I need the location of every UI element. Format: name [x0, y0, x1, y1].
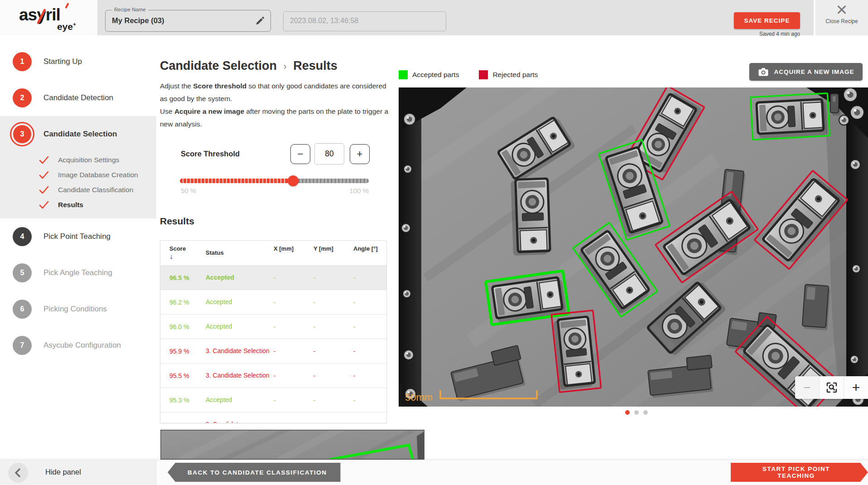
chevron-right-icon: › [279, 61, 291, 72]
start-pick-point-teaching-button[interactable]: START PICK POINT TEACHING [731, 463, 868, 482]
sidebar-substep[interactable]: Acquisition Settings [0, 152, 156, 167]
eye-plus-logo: eye+ [0, 21, 76, 32]
sidebar-substep[interactable]: Image Database Creation [0, 167, 156, 182]
table-cell: 96.2 % [160, 299, 206, 306]
sidebar-substep[interactable]: Results [0, 197, 156, 212]
pagination-dot-2[interactable] [634, 410, 639, 415]
results-table-header: Score↓StatusX [mm]Y [mm]Angle [°] [160, 241, 386, 266]
step-label: Picking Conditions [43, 305, 107, 314]
description-paragraph: Use Acquire a new image after moving the… [160, 105, 389, 131]
edit-pencil-icon[interactable] [255, 16, 265, 26]
substep-label: Results [58, 201, 83, 209]
table-cell: - [353, 299, 387, 306]
column-header-status: Status [206, 245, 274, 256]
table-row[interactable]: 96.0 %Accepted--- [160, 315, 386, 339]
table-cell: Accepted [206, 396, 274, 404]
close-recipe-button[interactable]: ✕ Close Recipe [815, 0, 868, 35]
table-cell: - [313, 397, 353, 404]
camera-icon [758, 68, 769, 77]
timestamp-field[interactable]: 2023.08.02, 13:46:58 [283, 11, 446, 31]
legend-color-swatch [399, 70, 408, 79]
table-cell: 95.3 % [160, 397, 206, 404]
header-bar: Recipe Name 2023.08.02, 13:46:58 SAVE RE… [97, 0, 814, 35]
table-cell: - [274, 372, 313, 379]
logo-red-accent [65, 3, 69, 9]
step-circle: 2 [13, 88, 32, 107]
column-header-x-mm-: X [mm] [274, 245, 313, 252]
substep-label: Acquisition Settings [58, 156, 119, 164]
table-cell: 95.5 % [160, 372, 206, 379]
table-cell: - [313, 372, 353, 379]
slider-fill [180, 179, 293, 183]
hide-panel-button[interactable] [8, 463, 28, 483]
slider-knob[interactable] [288, 175, 299, 186]
threshold-increment-button[interactable]: + [350, 144, 370, 164]
table-row[interactable]: 96.5 %Accepted--- [160, 266, 386, 290]
sidebar-substep[interactable]: Candidate Classification [0, 182, 156, 197]
threshold-value-input[interactable] [314, 143, 344, 165]
table-cell: - [353, 323, 387, 330]
table-cell: Accepted [206, 273, 274, 282]
sidebar-step-2[interactable]: 2Candidate Detection [0, 80, 156, 116]
column-header-y-mm-: Y [mm] [313, 245, 353, 252]
step-label: Starting Up [43, 57, 82, 66]
save-recipe-button[interactable]: SAVE RECIPE [734, 12, 800, 29]
bottom-bar: Hide panel BACK TO CANDIDATE CLASSIFICAT… [0, 460, 868, 485]
breadcrumb-section: Candidate Selection [160, 59, 277, 73]
bottom-bar-sidebar-section: Hide panel [0, 460, 156, 485]
recipe-name-field[interactable]: Recipe Name [105, 10, 271, 32]
candidate-crop-preview[interactable] [160, 430, 424, 460]
zoom-in-button[interactable]: + [844, 376, 868, 399]
camera-image-viewport[interactable]: 50mm [399, 87, 868, 407]
column-header-score[interactable]: Score↓ [160, 245, 206, 261]
step-label: Candidate Selection [43, 130, 117, 139]
pagination-dot-3[interactable] [643, 410, 648, 415]
check-icon [39, 186, 49, 194]
table-row[interactable]: 3. Candidate [160, 412, 386, 423]
zoom-fit-button[interactable] [820, 376, 844, 399]
sidebar-step-6[interactable]: 6Picking Conditions [0, 291, 156, 327]
table-cell: - [353, 348, 387, 355]
table-cell: - [353, 274, 387, 281]
table-row[interactable]: 95.5 %3. Candidate Selection--- [160, 364, 386, 388]
table-cell: - [313, 299, 353, 306]
acquire-new-image-button[interactable]: ACQUIRE A NEW IMAGE [749, 63, 863, 81]
step-label: Asycube Configuration [43, 341, 121, 350]
slider-max-label: 100 % [335, 187, 369, 194]
crop-dark-part [417, 432, 424, 460]
pagination-dot-1[interactable] [625, 410, 630, 415]
table-cell: - [274, 299, 313, 306]
recipe-name-input[interactable] [112, 16, 243, 25]
timestamp-value: 2023.08.02, 13:46:58 [290, 17, 358, 25]
table-row[interactable]: 96.2 %Accepted--- [160, 290, 386, 315]
step-label: Pick Angle Teaching [43, 268, 112, 277]
table-cell: 3. Candidate Selection [206, 347, 274, 355]
zoom-out-button[interactable]: − [795, 376, 820, 399]
table-cell: - [313, 274, 353, 281]
table-cell: - [274, 274, 313, 281]
sidebar-step-1[interactable]: 1Starting Up [0, 44, 156, 80]
back-to-candidate-classification-button[interactable]: BACK TO CANDIDATE CLASSIFICATION [168, 463, 341, 482]
loose-part [830, 94, 840, 116]
sidebar-step-5[interactable]: 5Pick Angle Teaching [0, 255, 156, 291]
table-cell: - [274, 323, 313, 330]
threshold-decrement-button[interactable]: − [290, 144, 310, 164]
table-row[interactable]: 95.9 %3. Candidate Selection--- [160, 339, 386, 364]
hide-panel-label: Hide panel [45, 468, 81, 476]
sort-desc-icon[interactable]: ↓ [169, 252, 206, 261]
substep-label: Image Database Creation [58, 171, 138, 179]
legend-label: Accepted parts [412, 71, 459, 79]
step-label: Pick Point Teaching [43, 232, 111, 241]
step-circle: 1 [13, 52, 32, 71]
sidebar-step-3[interactable]: 3Candidate Selection [0, 116, 156, 152]
clamp-part [511, 177, 551, 256]
sidebar-step-7[interactable]: 7Asycube Configuration [0, 327, 156, 364]
table-cell: - [313, 348, 353, 355]
threshold-slider[interactable] [180, 179, 369, 183]
parts-legend: Accepted partsRejected parts [399, 70, 558, 79]
step-circle: 6 [13, 300, 32, 319]
column-header-angle-: Angle [°] [353, 245, 387, 252]
sidebar-step-4[interactable]: 4Pick Point Teaching [0, 218, 156, 255]
page-title: Results [293, 59, 338, 73]
table-row[interactable]: 95.3 %Accepted--- [160, 388, 386, 412]
